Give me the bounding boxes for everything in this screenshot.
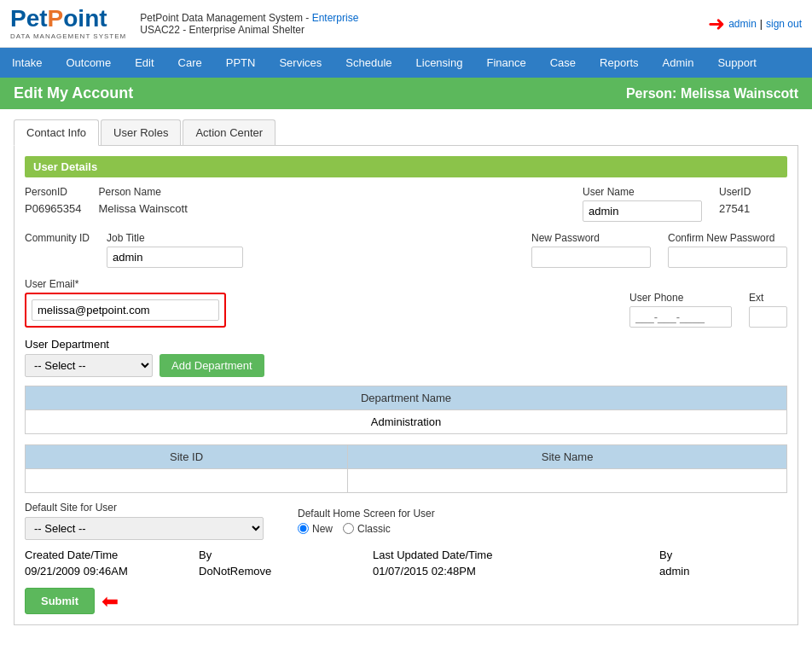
main-nav: IntakeOutcomeEditCarePPTNServicesSchedul… <box>0 48 812 78</box>
tab-action-center[interactable]: Action Center <box>183 119 276 145</box>
nav-item-support[interactable]: Support <box>705 48 768 78</box>
user-id-group: UserID 27541 <box>719 186 787 215</box>
user-department-label: User Department <box>25 338 787 351</box>
confirm-password-input[interactable] <box>668 247 787 268</box>
new-password-input[interactable] <box>531 247 651 268</box>
nav-item-services[interactable]: Services <box>267 48 334 78</box>
user-email-input[interactable] <box>32 299 219 321</box>
department-table: Department Name Administration <box>25 386 787 434</box>
community-id-label: Community ID <box>25 232 90 244</box>
user-id-value: 27541 <box>719 200 787 215</box>
default-site-group: Default Site for User -- Select -- <box>25 502 264 540</box>
job-title-group: Job Title <box>107 232 260 268</box>
tab-bar: Contact Info User Roles Action Center <box>14 119 798 146</box>
default-site-select[interactable]: -- Select -- <box>25 517 264 540</box>
ext-group: Ext <box>749 292 787 328</box>
page-title-bar: Edit My Account Person: Melissa Wainscot… <box>0 78 812 109</box>
email-highlight-box <box>25 293 226 328</box>
shelter-label: USAC22 - Enterprise Animal Shelter <box>140 24 358 36</box>
new-password-label: New Password <box>531 232 651 244</box>
radio-new-label[interactable]: New <box>298 523 333 535</box>
nav-item-care[interactable]: Care <box>166 48 214 78</box>
admin-link[interactable]: admin <box>728 18 757 30</box>
system-label: PetPoint Data Management System - <box>140 12 311 24</box>
logo-sub: DATA MANAGEMENT SYSTEM <box>10 32 126 40</box>
radio-classic-label[interactable]: Classic <box>343 523 391 535</box>
created-date-value: 09/21/2009 09:46AM <box>25 565 195 578</box>
edition-link[interactable]: Enterprise <box>312 12 359 24</box>
nav-item-outcome[interactable]: Outcome <box>54 48 123 78</box>
site-table-empty-row <box>26 469 787 493</box>
default-site-row: Default Site for User -- Select -- Defau… <box>25 502 787 540</box>
site-name-header: Site Name <box>348 445 787 469</box>
section-header: User Details <box>25 156 787 177</box>
nav-item-intake[interactable]: Intake <box>0 48 54 78</box>
table-row: Administration <box>26 410 787 434</box>
submit-row: Submit ⬅ <box>25 588 787 614</box>
header-left: PetPoint DATA MANAGEMENT SYSTEM PetPoint… <box>10 7 358 40</box>
page-title: Edit My Account <box>14 84 133 102</box>
person-id-group: PersonID P06965354 <box>25 186 82 215</box>
user-phone-input[interactable] <box>629 306 732 328</box>
tab-user-roles[interactable]: User Roles <box>101 119 181 145</box>
nav-item-reports[interactable]: Reports <box>588 48 651 78</box>
person-id-value: P06965354 <box>25 200 82 215</box>
dept-table-header: Department Name <box>26 386 787 410</box>
nav-item-admin[interactable]: Admin <box>651 48 706 78</box>
radio-classic[interactable] <box>343 523 354 534</box>
nav-item-licensing[interactable]: Licensing <box>404 48 475 78</box>
ext-input[interactable] <box>749 306 787 328</box>
nav-item-pptn[interactable]: PPTN <box>214 48 268 78</box>
default-home-label: Default Home Screen for User <box>298 508 435 520</box>
user-name-label: User Name <box>583 186 702 198</box>
nav-item-case[interactable]: Case <box>538 48 588 78</box>
nav-item-finance[interactable]: Finance <box>474 48 537 78</box>
tab-contact-info[interactable]: Contact Info <box>14 119 99 146</box>
user-name-group: User Name <box>583 186 702 222</box>
user-name-input[interactable] <box>583 200 702 222</box>
ext-label: Ext <box>749 292 787 304</box>
audit-info: Created Date/Time By Last Updated Date/T… <box>25 549 787 578</box>
user-email-group: User Email* <box>25 278 226 328</box>
submit-arrow-icon: ⬅ <box>102 589 119 613</box>
nav-item-edit[interactable]: Edit <box>123 48 165 78</box>
confirm-password-group: Confirm New Password <box>668 232 787 268</box>
user-phone-group: User Phone <box>629 292 732 328</box>
nav-item-schedule[interactable]: Schedule <box>334 48 403 78</box>
community-id-group: Community ID <box>25 232 90 248</box>
updated-by-label: By <box>659 549 787 561</box>
person-name-label: Person Name <box>99 186 252 198</box>
user-details-row2: Community ID Job Title New Password Conf… <box>25 232 787 268</box>
tab-content: User Details PersonID P06965354 Person N… <box>14 146 798 625</box>
updated-date-label: Last Updated Date/Time <box>373 549 656 561</box>
new-password-group: New Password <box>531 232 651 268</box>
person-name-group: Person Name Melissa Wainscott <box>99 186 252 215</box>
header-info: PetPoint Data Management System - Enterp… <box>140 12 358 36</box>
header: PetPoint DATA MANAGEMENT SYSTEM PetPoint… <box>0 0 812 48</box>
community-id-value <box>25 247 90 248</box>
job-title-input[interactable] <box>107 247 243 268</box>
site-table: Site ID Site Name <box>25 444 787 493</box>
user-details-row1: PersonID P06965354 Person Name Melissa W… <box>25 186 787 222</box>
logo-point: P <box>48 5 64 32</box>
person-name-value: Melissa Wainscott <box>99 200 252 215</box>
radio-new-text: New <box>312 523 333 535</box>
signout-link[interactable]: sign out <box>766 18 802 30</box>
user-email-label: User Email* <box>25 278 226 290</box>
submit-button[interactable]: Submit <box>25 588 95 614</box>
updated-date-value: 01/07/2015 02:48PM <box>373 565 656 578</box>
radio-new[interactable] <box>298 523 309 534</box>
header-right: ➜ admin | sign out <box>708 12 802 36</box>
person-name: Person: Melissa Wainscott <box>626 86 798 102</box>
job-title-label: Job Title <box>107 232 260 244</box>
logo: PetPoint DATA MANAGEMENT SYSTEM <box>10 7 126 40</box>
site-id-header: Site ID <box>26 445 348 469</box>
add-department-button[interactable]: Add Department <box>160 354 264 377</box>
content: Contact Info User Roles Action Center Us… <box>0 109 812 636</box>
radio-classic-text: Classic <box>357 523 391 535</box>
department-select[interactable]: -- Select -- <box>25 354 153 377</box>
created-date-label: Created Date/Time <box>25 549 195 561</box>
logo-pet: Pet <box>10 5 48 32</box>
default-home-group: Default Home Screen for User New Classic <box>298 508 435 535</box>
audit-grid: Created Date/Time By Last Updated Date/T… <box>25 549 787 578</box>
